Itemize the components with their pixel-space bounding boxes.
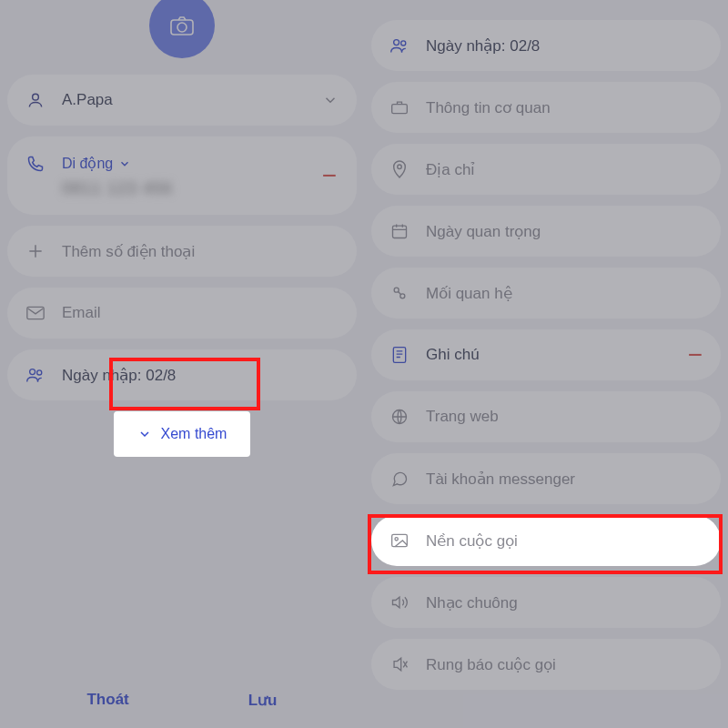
image-icon	[389, 531, 410, 551]
note-field[interactable]: Ghi chú −	[371, 329, 721, 380]
svg-point-1	[177, 23, 187, 32]
important-date-field[interactable]: Ngày quan trọng	[371, 206, 721, 257]
cancel-button[interactable]: Thoát	[68, 682, 147, 719]
ringtone-field[interactable]: Nhạc chuông	[371, 577, 721, 628]
messenger-label: Tài khoản messenger	[426, 470, 703, 489]
plus-icon	[25, 241, 46, 261]
group-joined-label: Ngày nhập: 02/8	[426, 36, 703, 56]
remove-phone-button[interactable]: −	[322, 161, 337, 190]
ringtone-label: Nhạc chuông	[426, 593, 703, 612]
people-icon	[389, 35, 410, 56]
svg-point-6	[394, 40, 399, 46]
person-icon	[25, 90, 46, 110]
call-vibration-field[interactable]: Rung báo cuộc gọi	[371, 639, 721, 690]
edit-photo-button[interactable]	[149, 0, 215, 58]
note-label: Ghi chú	[426, 346, 688, 364]
svg-rect-10	[393, 226, 407, 238]
bottom-actions: Thoát Lưu	[0, 682, 364, 719]
relationship-label: Mối quan hệ	[426, 284, 703, 303]
svg-point-2	[33, 94, 39, 100]
email-field[interactable]: Email	[7, 288, 357, 339]
see-more-label: Xem thêm	[161, 426, 228, 442]
svg-rect-15	[392, 534, 408, 546]
svg-point-16	[395, 538, 398, 541]
chevron-down-icon	[322, 92, 339, 108]
note-icon	[389, 345, 410, 365]
add-phone-label: Thêm số điện thoại	[62, 242, 339, 261]
vibration-muted-icon	[389, 654, 410, 674]
svg-point-7	[401, 41, 406, 46]
see-more-button[interactable]: Xem thêm	[114, 411, 251, 457]
remove-note-button[interactable]: −	[688, 340, 703, 369]
chevron-down-icon	[118, 157, 131, 170]
call-background-field[interactable]: Nền cuộc gọi	[371, 515, 721, 566]
org-info-field[interactable]: Thông tin cơ quan	[371, 82, 721, 133]
people-icon	[25, 365, 46, 385]
group-joined-field-right[interactable]: Ngày nhập: 02/8	[371, 20, 721, 71]
mail-icon	[25, 303, 46, 323]
calendar-icon	[389, 221, 410, 241]
svg-rect-8	[392, 105, 408, 114]
website-label: Trang web	[426, 408, 703, 426]
important-date-label: Ngày quan trọng	[426, 222, 703, 241]
svg-point-4	[30, 369, 35, 375]
group-joined-label: Ngày nhập: 02/8	[62, 366, 339, 385]
svg-rect-3	[27, 307, 44, 318]
edit-contact-panel-left: A.Papa Di động 0811 123 456 − Thêm số đi…	[0, 0, 364, 728]
svg-point-9	[398, 165, 402, 169]
org-info-label: Thông tin cơ quan	[426, 98, 703, 117]
relationship-icon	[389, 283, 410, 303]
address-field[interactable]: Địa chỉ	[371, 144, 721, 195]
phone-field[interactable]: Di động 0811 123 456 −	[7, 136, 357, 215]
name-value: A.Papa	[62, 91, 315, 109]
edit-contact-panel-right: Ngày nhập: 02/8 Thông tin cơ quan Địa ch…	[364, 0, 728, 728]
chat-icon	[389, 469, 410, 489]
call-vibration-label: Rung báo cuộc gọi	[426, 655, 703, 674]
location-icon	[389, 159, 410, 179]
camera-icon	[170, 15, 194, 35]
relationship-field[interactable]: Mối quan hệ	[371, 268, 721, 318]
address-label: Địa chỉ	[426, 160, 703, 179]
add-phone-button[interactable]: Thêm số điện thoại	[7, 226, 357, 277]
avatar-container	[7, 0, 357, 58]
phone-type-label: Di động	[62, 155, 113, 172]
name-field[interactable]: A.Papa	[7, 75, 357, 126]
phone-number-masked: 0811 123 456	[62, 179, 173, 198]
messenger-field[interactable]: Tài khoản messenger	[371, 453, 721, 504]
svg-point-5	[37, 370, 42, 375]
globe-icon	[389, 407, 410, 427]
group-joined-field-left[interactable]: Ngày nhập: 02/8	[7, 349, 357, 400]
call-background-label: Nền cuộc gọi	[426, 531, 703, 551]
website-field[interactable]: Trang web	[371, 391, 721, 442]
save-button[interactable]: Lưu	[230, 682, 296, 719]
svg-rect-13	[393, 348, 405, 363]
phone-icon	[25, 154, 46, 174]
email-label: Email	[62, 304, 339, 322]
chevron-down-icon	[137, 427, 152, 441]
sound-icon	[389, 592, 410, 612]
briefcase-icon	[389, 97, 410, 117]
